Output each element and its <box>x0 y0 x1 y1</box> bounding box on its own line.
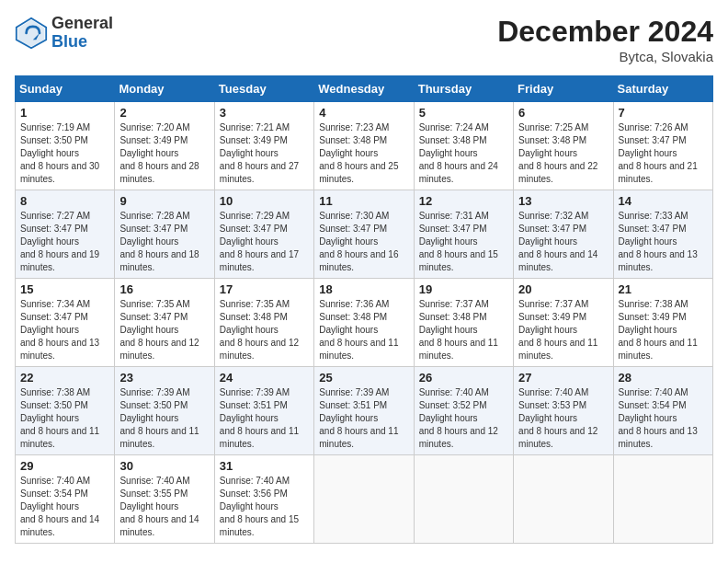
calendar-header-thursday: Thursday <box>414 76 513 102</box>
day-number: 19 <box>419 282 508 296</box>
calendar-cell: 14Sunrise: 7:33 AMSunset: 3:47 PMDayligh… <box>613 190 712 279</box>
day-number: 9 <box>119 194 209 208</box>
calendar-cell: 10Sunrise: 7:29 AMSunset: 3:47 PMDayligh… <box>214 190 313 279</box>
day-info: Sunrise: 7:39 AMSunset: 3:51 PMDaylight … <box>319 386 408 451</box>
calendar-cell: 12Sunrise: 7:31 AMSunset: 3:47 PMDayligh… <box>414 190 513 279</box>
day-number: 21 <box>619 282 708 296</box>
calendar-week-row: 29Sunrise: 7:40 AMSunset: 3:54 PMDayligh… <box>16 455 713 544</box>
day-number: 29 <box>20 459 109 473</box>
day-info: Sunrise: 7:37 AMSunset: 3:48 PMDaylight … <box>419 298 508 362</box>
day-number: 18 <box>319 282 408 296</box>
calendar-cell: 16Sunrise: 7:35 AMSunset: 3:47 PMDayligh… <box>115 279 214 367</box>
day-number: 28 <box>619 371 708 385</box>
day-info: Sunrise: 7:40 AMSunset: 3:52 PMDaylight … <box>419 386 508 451</box>
day-number: 24 <box>220 371 309 385</box>
day-number: 3 <box>220 106 309 120</box>
calendar-cell <box>414 455 513 544</box>
calendar-table: SundayMondayTuesdayWednesdayThursdayFrid… <box>15 75 713 544</box>
calendar-cell: 30Sunrise: 7:40 AMSunset: 3:55 PMDayligh… <box>115 455 214 544</box>
day-info: Sunrise: 7:28 AMSunset: 3:47 PMDaylight … <box>119 210 209 274</box>
day-number: 10 <box>220 194 309 208</box>
calendar-week-row: 15Sunrise: 7:34 AMSunset: 3:47 PMDayligh… <box>16 279 713 367</box>
day-info: Sunrise: 7:34 AMSunset: 3:47 PMDaylight … <box>20 298 109 362</box>
calendar-cell: 8Sunrise: 7:27 AMSunset: 3:47 PMDaylight… <box>16 190 115 279</box>
day-number: 2 <box>119 106 209 120</box>
day-number: 20 <box>518 282 608 296</box>
calendar-cell: 21Sunrise: 7:38 AMSunset: 3:49 PMDayligh… <box>613 279 712 367</box>
calendar-cell: 5Sunrise: 7:24 AMSunset: 3:48 PMDaylight… <box>414 102 513 190</box>
day-info: Sunrise: 7:27 AMSunset: 3:47 PMDaylight … <box>20 210 109 274</box>
day-info: Sunrise: 7:40 AMSunset: 3:55 PMDaylight … <box>119 475 209 539</box>
calendar-cell: 11Sunrise: 7:30 AMSunset: 3:47 PMDayligh… <box>314 190 414 279</box>
calendar-header-wednesday: Wednesday <box>314 76 414 102</box>
day-number: 22 <box>20 371 109 385</box>
day-number: 15 <box>20 282 109 296</box>
calendar-cell <box>514 455 613 544</box>
day-info: Sunrise: 7:37 AMSunset: 3:49 PMDaylight … <box>518 298 608 362</box>
day-number: 8 <box>20 194 109 208</box>
calendar-cell: 13Sunrise: 7:32 AMSunset: 3:47 PMDayligh… <box>514 190 613 279</box>
calendar-cell: 25Sunrise: 7:39 AMSunset: 3:51 PMDayligh… <box>314 367 414 455</box>
logo-blue-text: Blue <box>51 33 113 52</box>
calendar-cell: 19Sunrise: 7:37 AMSunset: 3:48 PMDayligh… <box>414 279 513 367</box>
calendar-header-sunday: Sunday <box>16 76 115 102</box>
calendar-cell: 28Sunrise: 7:40 AMSunset: 3:54 PMDayligh… <box>613 367 712 455</box>
calendar-cell: 31Sunrise: 7:40 AMSunset: 3:56 PMDayligh… <box>214 455 313 544</box>
day-number: 23 <box>119 371 209 385</box>
day-info: Sunrise: 7:35 AMSunset: 3:48 PMDaylight … <box>220 298 309 362</box>
day-info: Sunrise: 7:39 AMSunset: 3:50 PMDaylight … <box>119 386 209 451</box>
calendar-cell: 17Sunrise: 7:35 AMSunset: 3:48 PMDayligh… <box>214 279 313 367</box>
day-info: Sunrise: 7:40 AMSunset: 3:53 PMDaylight … <box>518 386 608 451</box>
day-number: 30 <box>119 459 209 473</box>
calendar-cell: 23Sunrise: 7:39 AMSunset: 3:50 PMDayligh… <box>115 367 214 455</box>
day-number: 5 <box>419 106 508 120</box>
calendar-cell: 6Sunrise: 7:25 AMSunset: 3:48 PMDaylight… <box>514 102 613 190</box>
calendar-header-row: SundayMondayTuesdayWednesdayThursdayFrid… <box>16 76 713 102</box>
day-number: 14 <box>619 194 708 208</box>
day-info: Sunrise: 7:31 AMSunset: 3:47 PMDaylight … <box>419 210 508 274</box>
calendar-cell: 22Sunrise: 7:38 AMSunset: 3:50 PMDayligh… <box>16 367 115 455</box>
day-number: 12 <box>419 194 508 208</box>
day-info: Sunrise: 7:40 AMSunset: 3:54 PMDaylight … <box>619 386 708 451</box>
day-info: Sunrise: 7:32 AMSunset: 3:47 PMDaylight … <box>518 210 608 274</box>
month-title: December 2024 <box>497 15 713 49</box>
day-info: Sunrise: 7:40 AMSunset: 3:56 PMDaylight … <box>220 475 309 539</box>
calendar-header-saturday: Saturday <box>613 76 712 102</box>
day-info: Sunrise: 7:35 AMSunset: 3:47 PMDaylight … <box>119 298 209 362</box>
day-info: Sunrise: 7:25 AMSunset: 3:48 PMDaylight … <box>518 121 608 186</box>
day-info: Sunrise: 7:29 AMSunset: 3:47 PMDaylight … <box>220 210 309 274</box>
calendar-header-tuesday: Tuesday <box>214 76 313 102</box>
calendar-cell: 18Sunrise: 7:36 AMSunset: 3:48 PMDayligh… <box>314 279 414 367</box>
day-number: 17 <box>220 282 309 296</box>
day-number: 6 <box>518 106 608 120</box>
day-number: 7 <box>619 106 708 120</box>
calendar-cell: 29Sunrise: 7:40 AMSunset: 3:54 PMDayligh… <box>16 455 115 544</box>
location: Bytca, Slovakia <box>497 49 713 64</box>
calendar-cell: 24Sunrise: 7:39 AMSunset: 3:51 PMDayligh… <box>214 367 313 455</box>
calendar-cell: 26Sunrise: 7:40 AMSunset: 3:52 PMDayligh… <box>414 367 513 455</box>
page-header: General Blue December 2024 Bytca, Slovak… <box>15 15 713 64</box>
calendar-cell: 1Sunrise: 7:19 AMSunset: 3:50 PMDaylight… <box>16 102 115 190</box>
logo-text: General Blue <box>51 15 113 52</box>
day-info: Sunrise: 7:20 AMSunset: 3:49 PMDaylight … <box>119 121 209 186</box>
day-info: Sunrise: 7:38 AMSunset: 3:49 PMDaylight … <box>619 298 708 362</box>
logo: General Blue <box>15 15 113 52</box>
day-info: Sunrise: 7:36 AMSunset: 3:48 PMDaylight … <box>319 298 408 362</box>
calendar-cell <box>314 455 414 544</box>
day-number: 1 <box>20 106 109 120</box>
day-number: 26 <box>419 371 508 385</box>
calendar-week-row: 22Sunrise: 7:38 AMSunset: 3:50 PMDayligh… <box>16 367 713 455</box>
day-number: 13 <box>518 194 608 208</box>
day-info: Sunrise: 7:24 AMSunset: 3:48 PMDaylight … <box>419 121 508 186</box>
day-info: Sunrise: 7:26 AMSunset: 3:47 PMDaylight … <box>619 121 708 186</box>
day-number: 4 <box>319 106 408 120</box>
calendar-cell: 7Sunrise: 7:26 AMSunset: 3:47 PMDaylight… <box>613 102 712 190</box>
day-info: Sunrise: 7:23 AMSunset: 3:48 PMDaylight … <box>319 121 408 186</box>
calendar-cell: 20Sunrise: 7:37 AMSunset: 3:49 PMDayligh… <box>514 279 613 367</box>
calendar-cell: 15Sunrise: 7:34 AMSunset: 3:47 PMDayligh… <box>16 279 115 367</box>
calendar-cell <box>613 455 712 544</box>
day-info: Sunrise: 7:40 AMSunset: 3:54 PMDaylight … <box>20 475 109 539</box>
logo-general-text: General <box>51 15 113 33</box>
calendar-week-row: 8Sunrise: 7:27 AMSunset: 3:47 PMDaylight… <box>16 190 713 279</box>
day-number: 16 <box>119 282 209 296</box>
